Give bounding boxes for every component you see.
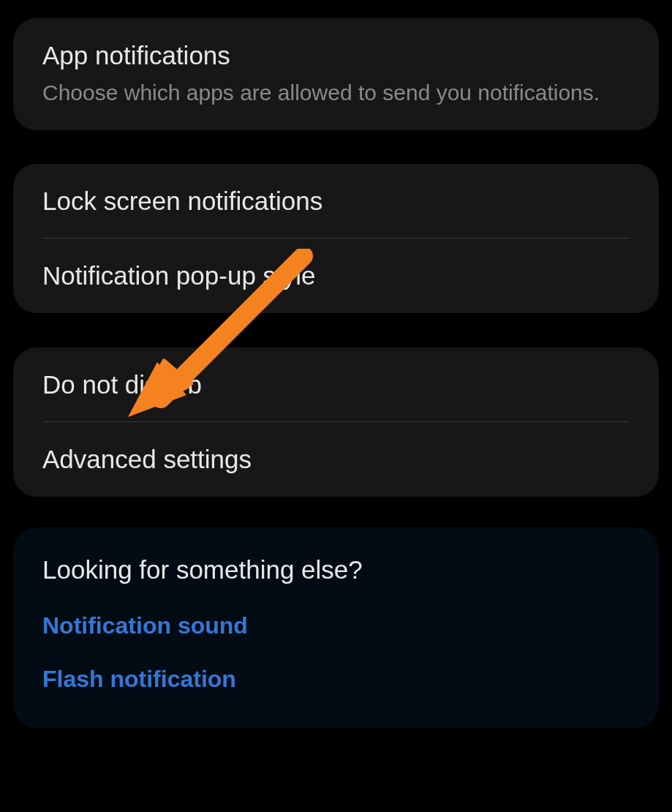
- settings-card-notifications-display: Lock screen notifications Notification p…: [13, 164, 659, 313]
- notification-popup-style-item[interactable]: Notification pop-up style: [13, 238, 659, 313]
- settings-card-related-links: Looking for something else? Notification…: [13, 527, 659, 728]
- lock-screen-notifications-item[interactable]: Lock screen notifications: [13, 164, 659, 238]
- flash-notification-link[interactable]: Flash notification: [13, 653, 659, 706]
- do-not-disturb-item[interactable]: Do not disturb: [13, 347, 659, 422]
- app-notifications-subtitle: Choose which apps are allowed to send yo…: [42, 78, 630, 107]
- settings-card-dnd-advanced: Do not disturb Advanced settings: [13, 347, 659, 497]
- do-not-disturb-label: Do not disturb: [42, 368, 630, 402]
- app-notifications-item[interactable]: App notifications Choose which apps are …: [13, 18, 659, 130]
- lock-screen-notifications-label: Lock screen notifications: [42, 184, 630, 218]
- advanced-settings-label: Advanced settings: [42, 443, 630, 476]
- notification-sound-link[interactable]: Notification sound: [13, 599, 659, 653]
- settings-card-app-notifications: App notifications Choose which apps are …: [13, 18, 659, 130]
- advanced-settings-item[interactable]: Advanced settings: [13, 422, 659, 497]
- notification-popup-style-label: Notification pop-up style: [42, 259, 630, 293]
- app-notifications-title: App notifications: [42, 39, 630, 72]
- looking-for-heading: Looking for something else?: [13, 527, 659, 599]
